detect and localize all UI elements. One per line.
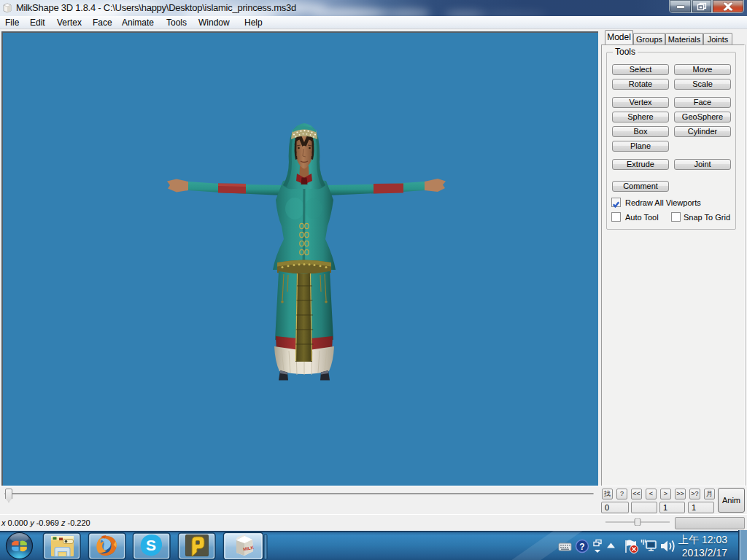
svg-text:S: S xyxy=(146,537,156,553)
svg-text:?: ? xyxy=(579,542,584,552)
